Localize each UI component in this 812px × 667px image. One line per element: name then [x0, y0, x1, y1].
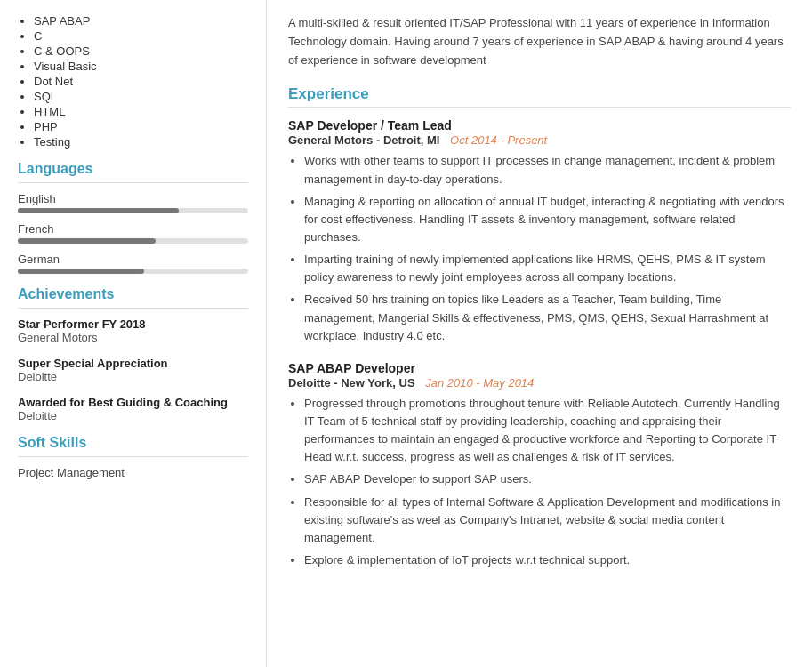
- job-block: SAP Developer / Team Lead General Motors…: [288, 118, 791, 344]
- language-bar-fill: [18, 238, 156, 244]
- job-bullet: SAP ABAP Developer to support SAP users.: [304, 470, 791, 488]
- left-panel: SAP ABAPCC & OOPSVisual BasicDot NetSQLH…: [0, 0, 267, 667]
- language-item: English: [18, 192, 248, 213]
- achievement-item: Awarded for Best Guiding & Coaching Delo…: [18, 396, 248, 422]
- language-bar-bg: [18, 208, 248, 213]
- jobs-container: SAP Developer / Team Lead General Motors…: [288, 118, 791, 569]
- job-bullet: Progressed through promotions throughout…: [304, 395, 791, 467]
- achievement-item: Star Performer FY 2018 General Motors: [18, 317, 248, 344]
- language-bar-bg: [18, 269, 248, 274]
- job-bullet: Received 50 hrs training on topics like …: [304, 291, 791, 344]
- job-block: SAP ABAP Developer Deloitte - New York, …: [288, 361, 791, 569]
- skill-item: HTML: [34, 105, 248, 118]
- skills-list: SAP ABAPCC & OOPSVisual BasicDot NetSQLH…: [18, 14, 248, 149]
- achievement-title: Awarded for Best Guiding & Coaching: [18, 396, 248, 409]
- job-meta: General Motors - Detroit, MI Oct 2014 - …: [288, 133, 791, 147]
- job-bullet: Explore & implementation of IoT projects…: [304, 551, 791, 569]
- language-bar-bg: [18, 238, 248, 244]
- soft-skill-item: Project Management: [18, 466, 248, 479]
- job-dates: Jan 2010 - May 2014: [425, 376, 534, 390]
- soft-skills-container: Project Management: [18, 466, 248, 479]
- skill-item: Dot Net: [34, 75, 248, 88]
- language-bar-fill: [18, 208, 179, 213]
- language-item: German: [18, 253, 248, 274]
- skill-item: PHP: [34, 120, 248, 133]
- achievement-org: General Motors: [18, 331, 248, 344]
- job-bullet: Works with other teams to support IT pro…: [304, 152, 791, 188]
- achievement-org: Deloitte: [18, 370, 248, 383]
- skill-item: Testing: [34, 135, 248, 149]
- job-bullet: Responsible for all types of Internal So…: [304, 494, 791, 547]
- achievement-org: Deloitte: [18, 409, 248, 422]
- achievement-item: Super Special Appreciation Deloitte: [18, 357, 248, 383]
- job-bullets-list: Works with other teams to support IT pro…: [288, 152, 791, 344]
- job-company: Deloitte - New York, US: [288, 376, 415, 390]
- job-title: SAP Developer / Team Lead: [288, 118, 791, 133]
- right-panel: A multi-skilled & result oriented IT/SAP…: [267, 0, 812, 667]
- language-name: English: [18, 192, 248, 205]
- language-bar-fill: [18, 269, 144, 274]
- skill-item: SQL: [34, 90, 248, 103]
- experience-section-title: Experience: [288, 85, 791, 103]
- job-company: General Motors - Detroit, MI: [288, 133, 439, 147]
- job-dates: Oct 2014 - Present: [450, 133, 547, 147]
- job-bullets-list: Progressed through promotions throughout…: [288, 395, 791, 569]
- skill-item: SAP ABAP: [34, 14, 248, 28]
- job-meta: Deloitte - New York, US Jan 2010 - May 2…: [288, 376, 791, 390]
- job-bullet: Imparting training of newly implemented …: [304, 251, 791, 286]
- skill-item: C & OOPS: [34, 44, 248, 58]
- languages-container: English French German: [18, 192, 248, 274]
- skill-item: C: [34, 29, 248, 43]
- job-bullet: Managing & reporting on allocation of an…: [304, 193, 791, 246]
- language-item: French: [18, 222, 248, 244]
- job-title: SAP ABAP Developer: [288, 361, 791, 375]
- summary-text: A multi-skilled & result oriented IT/SAP…: [288, 14, 791, 69]
- achievements-section-title: Achievements: [18, 286, 248, 302]
- achievement-title: Super Special Appreciation: [18, 357, 248, 370]
- achievement-title: Star Performer FY 2018: [18, 317, 248, 331]
- languages-section-title: Languages: [18, 161, 248, 177]
- skill-item: Visual Basic: [34, 60, 248, 73]
- language-name: German: [18, 253, 248, 266]
- achievements-container: Star Performer FY 2018 General Motors Su…: [18, 317, 248, 422]
- language-name: French: [18, 222, 248, 236]
- soft-skills-section-title: Soft Skills: [18, 435, 248, 451]
